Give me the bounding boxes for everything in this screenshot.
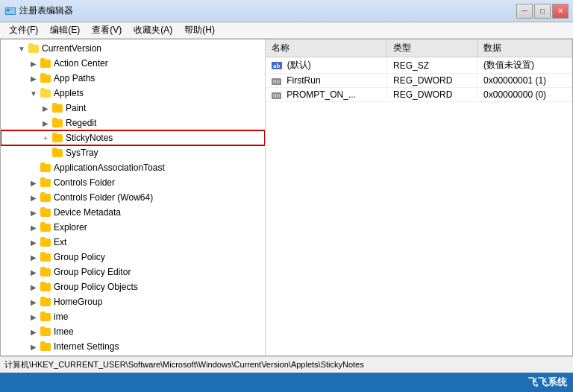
col-header-name[interactable]: 名称 — [266, 39, 387, 57]
tree-item-imee[interactable]: ▶ Imee — [1, 324, 265, 339]
minimize-button[interactable]: ─ — [516, 4, 533, 19]
tree-item-actioncenter[interactable]: ▶ Action Center — [1, 56, 265, 71]
expand-controlsfolder[interactable]: ▶ — [28, 177, 40, 189]
tree-item-internetsettings[interactable]: ▶ Internet Settings — [1, 339, 265, 354]
reg-name: PROMPT_ON_... — [286, 89, 356, 100]
tree-item-grouppolicyobjects[interactable]: ▶ Group Policy Objects — [1, 279, 265, 294]
menu-help[interactable]: 帮助(H) — [178, 22, 221, 38]
tree-item-stickynotes[interactable]: + StickyNotes — [1, 130, 265, 145]
reg-name-cell: 00 FirstRun — [266, 74, 387, 88]
menu-view[interactable]: 查看(V) — [86, 22, 128, 38]
folder-icon-controlsfolder — [40, 177, 51, 189]
folder-icon-currentversion — [28, 42, 40, 54]
main-content: ▼ CurrentVersion ▶ Action Center ▶ App P… — [0, 39, 573, 356]
title-bar: 注册表编辑器 ─ □ ✕ — [0, 0, 573, 22]
expand-stickynotes[interactable]: + — [40, 132, 51, 144]
folder-icon-grouppolicyeditor — [40, 266, 51, 278]
expand-paint[interactable]: ▶ — [40, 102, 51, 114]
tree-item-apppaths[interactable]: ▶ App Paths — [1, 71, 265, 86]
table-row[interactable]: ab (默认) REG_SZ (数值未设置) — [266, 57, 572, 74]
tree-item-grouppolicyeditor[interactable]: ▶ Group Policy Editor — [1, 265, 265, 279]
tree-item-ime[interactable]: ▶ ime — [1, 309, 265, 324]
dword-icon: 00 — [272, 78, 281, 85]
expand-grouppolicyobjects[interactable]: ▶ — [28, 281, 40, 293]
bottom-logo: 飞飞系统 — [528, 376, 567, 389]
registry-table: 名称 类型 数据 ab (默认) REG_SZ (数值未设置) — [266, 39, 572, 102]
expand-ime[interactable]: ▶ — [28, 311, 40, 323]
reg-type-cell: REG_DWORD — [387, 88, 478, 102]
tree-item-grouppolicy[interactable]: ▶ Group Policy — [1, 250, 265, 265]
expand-homegroup[interactable]: ▶ — [28, 296, 40, 308]
expand-currentversion[interactable]: ▼ — [16, 42, 28, 54]
folder-icon-grouppolicy — [40, 251, 51, 263]
status-text: 计算机\HKEY_CURRENT_USER\Software\Microsoft… — [4, 359, 364, 370]
tree-label-regedit: Regedit — [66, 116, 96, 130]
tree-item-paint[interactable]: ▶ Paint — [1, 101, 265, 116]
tree-item-ext[interactable]: ▶ Ext — [1, 235, 265, 250]
folder-icon-explorer — [40, 221, 51, 233]
folder-icon-apppaths — [40, 72, 51, 84]
expand-grouppolicy[interactable]: ▶ — [28, 251, 40, 263]
tree-item-systray[interactable]: SysTray — [1, 145, 265, 160]
tree-label-actioncenter: Action Center — [54, 56, 108, 71]
reg-name-cell: ab (默认) — [266, 57, 387, 74]
folder-icon-homegroup — [40, 296, 51, 308]
folder-icon-internetsettings — [40, 341, 51, 353]
tree-item-devicemetadata[interactable]: ▶ Device Metadata — [1, 205, 265, 220]
folder-icon-apptoast — [40, 162, 51, 174]
reg-type-cell: REG_DWORD — [387, 74, 478, 88]
tree-label-internetsettings: Internet Settings — [54, 339, 119, 354]
tree-label-paint: Paint — [66, 101, 86, 116]
tree-item-homegroup[interactable]: ▶ HomeGroup — [1, 294, 265, 309]
col-header-type[interactable]: 类型 — [387, 39, 478, 57]
col-header-data[interactable]: 数据 — [478, 39, 572, 57]
expand-imee[interactable]: ▶ — [28, 326, 40, 338]
tree-label-controlsfolderwow: Controls Folder (Wow64) — [54, 190, 153, 205]
menu-file[interactable]: 文件(F) — [3, 22, 44, 38]
menu-favorites[interactable]: 收藏夹(A) — [128, 22, 178, 38]
menu-bar: 文件(F) 编辑(E) 查看(V) 收藏夹(A) 帮助(H) — [0, 22, 573, 39]
tree-item-apptoast[interactable]: ApplicationAssociationToast — [1, 160, 265, 175]
expand-controlsfolderwow[interactable]: ▶ — [28, 192, 40, 203]
expand-devicemetadata[interactable]: ▶ — [28, 206, 40, 218]
tree-scroll[interactable]: ▼ CurrentVersion ▶ Action Center ▶ App P… — [1, 39, 265, 355]
expand-actioncenter[interactable]: ▶ — [28, 57, 40, 69]
tree-label-ime: ime — [54, 309, 68, 324]
reg-name-cell: 00 PROMPT_ON_... — [266, 88, 387, 102]
window-controls: ─ □ ✕ — [516, 4, 569, 19]
tree-item-controlsfolder[interactable]: ▶ Controls Folder — [1, 175, 265, 190]
tree-item-controlsfolderwow[interactable]: ▶ Controls Folder (Wow64) — [1, 190, 265, 205]
table-row[interactable]: 00 FirstRun REG_DWORD 0x00000001 (1) — [266, 74, 572, 88]
folder-icon-imee — [40, 326, 51, 338]
expand-internetsettings[interactable]: ▶ — [28, 341, 40, 353]
menu-edit[interactable]: 编辑(E) — [44, 22, 86, 38]
table-row[interactable]: 00 PROMPT_ON_... REG_DWORD 0x00000000 (0… — [266, 88, 572, 102]
maximize-button[interactable]: □ — [534, 4, 551, 19]
tree-label-ext: Ext — [54, 235, 66, 250]
tree-label-systray: SysTray — [66, 145, 98, 160]
expand-explorer[interactable]: ▶ — [28, 221, 40, 233]
folder-icon-controlsfolderwow — [40, 192, 51, 203]
folder-icon-applets — [40, 87, 51, 99]
folder-icon-regedit — [51, 117, 63, 129]
close-button[interactable]: ✕ — [552, 4, 569, 19]
folder-icon-actioncenter — [40, 57, 51, 69]
tree-item-currentversion[interactable]: ▼ CurrentVersion — [1, 41, 265, 56]
tree-item-regedit[interactable]: ▶ Regedit — [1, 116, 265, 130]
reg-data-cell: 0x00000001 (1) — [478, 74, 572, 88]
expand-regedit[interactable]: ▶ — [40, 117, 51, 129]
app-icon — [4, 5, 16, 17]
reg-data-cell: (数值未设置) — [478, 57, 572, 74]
expand-grouppolicyeditor[interactable]: ▶ — [28, 266, 40, 278]
tree-item-explorer[interactable]: ▶ Explorer — [1, 220, 265, 235]
expand-ext[interactable]: ▶ — [28, 236, 40, 248]
reg-name: (默认) — [287, 60, 311, 70]
tree-label-imee: Imee — [54, 324, 74, 339]
dword-icon2: 00 — [272, 92, 281, 99]
tree-item-applets[interactable]: ▼ Applets — [1, 86, 265, 101]
expand-applets[interactable]: ▼ — [28, 87, 40, 99]
tree-label-stickynotes: StickyNotes — [66, 130, 113, 145]
svg-rect-2 — [7, 9, 10, 11]
expand-apppaths[interactable]: ▶ — [28, 72, 40, 84]
tree-label-grouppolicyobjects: Group Policy Objects — [54, 279, 138, 294]
